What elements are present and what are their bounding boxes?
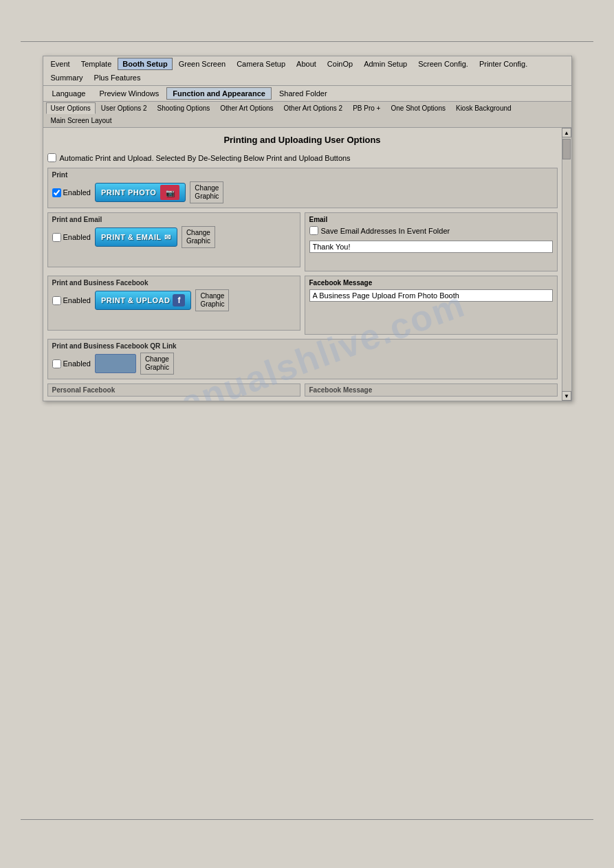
print-group-row: Enabled PRINT PHOTO 📷 Change Graphic bbox=[52, 181, 553, 203]
subtab-main-screen-layout[interactable]: Main Screen Layout bbox=[46, 115, 117, 126]
camera-icon: 📷 bbox=[160, 185, 179, 200]
print-change-graphic-button[interactable]: Change Graphic bbox=[190, 181, 223, 203]
print-fb-qr-enabled-text: Enabled bbox=[63, 359, 91, 368]
menu-about[interactable]: About bbox=[292, 58, 321, 70]
content-scroll-wrapper: manualshlive.com Printing and Uploading … bbox=[43, 128, 571, 401]
email-change-graphic-button[interactable]: Change Graphic bbox=[182, 226, 215, 248]
subtab-shooting-options[interactable]: Shooting Options bbox=[153, 102, 215, 114]
print-fb-qr-enabled-checkbox[interactable] bbox=[52, 359, 61, 368]
print-fb-enabled-checkbox[interactable] bbox=[52, 296, 61, 305]
personal-fb-panel-left: Personal Facebook bbox=[47, 383, 300, 397]
print-fb-enabled-label[interactable]: Enabled bbox=[52, 296, 91, 305]
print-group-title: Print bbox=[52, 171, 553, 179]
scroll-down-arrow[interactable]: ▼ bbox=[562, 391, 571, 401]
fb-message-right: Facebook Message bbox=[305, 383, 558, 397]
print-group: Print Enabled PRINT PHOTO 📷 bbox=[47, 168, 558, 208]
print-email-panel-left: Print and Email Enabled PRINT & EMAIL ✉ bbox=[47, 212, 300, 271]
personal-fb-row-wrapper: Personal Facebook Facebook Message bbox=[47, 383, 558, 397]
print-email-panel-right: Email Save Email Addresses In Event Fold… bbox=[305, 212, 558, 271]
menu-admin-setup[interactable]: Admin Setup bbox=[359, 58, 412, 70]
subtab-bar: User Options User Options 2 Shooting Opt… bbox=[43, 102, 571, 128]
page-wrapper: Event Template Booth Setup Green Screen … bbox=[0, 0, 614, 868]
qr-change-graphic-line2: Graphic bbox=[145, 364, 169, 372]
email-change-graphic-line2: Graphic bbox=[186, 237, 210, 245]
tab-preview-windows[interactable]: Preview Windows bbox=[93, 87, 165, 100]
print-email-enabled-label[interactable]: Enabled bbox=[52, 233, 91, 242]
print-fb-qr-group: Print and Business Facebook QR Link Enab… bbox=[47, 339, 558, 379]
print-email-enabled-checkbox[interactable] bbox=[52, 233, 61, 242]
subtab-other-art-options-2[interactable]: Other Art Options 2 bbox=[279, 102, 348, 114]
auto-print-checkbox[interactable] bbox=[47, 153, 56, 162]
print-email-group: Print and Email Enabled PRINT & EMAIL ✉ bbox=[47, 212, 300, 267]
save-email-checkbox[interactable] bbox=[309, 226, 318, 235]
print-fb-panel-right: Facebook Message bbox=[305, 276, 558, 335]
menu-coinop[interactable]: CoinOp bbox=[322, 58, 358, 70]
save-email-row: Save Email Addresses In Event Folder bbox=[309, 226, 553, 235]
personal-fb-group: Personal Facebook bbox=[47, 383, 300, 397]
menu-bar: Event Template Booth Setup Green Screen … bbox=[43, 56, 571, 86]
tab-language[interactable]: Language bbox=[46, 87, 92, 100]
content-area: manualshlive.com Printing and Uploading … bbox=[43, 128, 571, 401]
top-rule bbox=[21, 41, 593, 42]
print-fb-qr-group-title: Print and Business Facebook QR Link bbox=[52, 342, 553, 350]
email-change-graphic-line1: Change bbox=[186, 229, 210, 237]
section-title: Printing and Uploading User Options bbox=[47, 132, 558, 148]
qr-change-graphic-button[interactable]: Change Graphic bbox=[140, 353, 174, 375]
subtab-one-shot-options[interactable]: One Shot Options bbox=[386, 102, 450, 114]
camera-symbol: 📷 bbox=[166, 189, 175, 197]
print-fb-qr-enabled-label[interactable]: Enabled bbox=[52, 359, 91, 368]
menu-event[interactable]: Event bbox=[46, 58, 75, 70]
fb-icon: f bbox=[173, 294, 185, 307]
fb-msg-section-title: Facebook Message bbox=[309, 279, 553, 287]
fb-change-graphic-button[interactable]: Change Graphic bbox=[195, 289, 229, 311]
auto-print-row: Automatic Print and Upload. Selected By … bbox=[47, 153, 558, 162]
print-enabled-label[interactable]: Enabled bbox=[52, 188, 91, 197]
print-change-graphic-line2: Graphic bbox=[195, 192, 219, 201]
print-email-group-title: Print and Email bbox=[52, 216, 296, 223]
print-enabled-checkbox[interactable] bbox=[52, 188, 61, 197]
qr-link-button[interactable] bbox=[95, 354, 136, 373]
print-fb-enabled-text: Enabled bbox=[63, 296, 91, 304]
print-email-button[interactable]: PRINT & EMAIL ✉ bbox=[95, 227, 177, 247]
subtab-kiosk-background[interactable]: Kiosk Background bbox=[451, 102, 516, 114]
menu-green-screen[interactable]: Green Screen bbox=[174, 58, 230, 70]
menu-booth-setup[interactable]: Booth Setup bbox=[118, 58, 172, 70]
menu-printer-config[interactable]: Printer Config. bbox=[474, 58, 532, 70]
menu-camera-setup[interactable]: Camera Setup bbox=[232, 58, 290, 70]
scrollbar[interactable]: ▲ ▼ bbox=[562, 128, 571, 401]
app-window: Event Template Booth Setup Green Screen … bbox=[43, 56, 572, 401]
print-email-enabled-text: Enabled bbox=[63, 233, 91, 241]
print-upload-label: PRINT & UPLOAD bbox=[101, 296, 171, 304]
print-fb-group-row: Enabled PRINT & UPLOAD f Change Graphic bbox=[52, 289, 296, 311]
print-email-panel-row: Print and Email Enabled PRINT & EMAIL ✉ bbox=[47, 212, 558, 271]
tab-function-appearance[interactable]: Function and Appearance bbox=[166, 87, 272, 100]
subtab-other-art-options[interactable]: Other Art Options bbox=[215, 102, 278, 114]
print-photo-button[interactable]: PRINT PHOTO 📷 bbox=[95, 183, 186, 202]
email-section-title: Email bbox=[309, 216, 553, 223]
facebook-msg-section: Facebook Message bbox=[305, 276, 558, 335]
fb-message-input[interactable] bbox=[309, 289, 553, 302]
auto-print-label: Automatic Print and Upload. Selected By … bbox=[60, 154, 351, 162]
fb-message-right-title: Facebook Message bbox=[309, 386, 373, 394]
subtab-pb-pro[interactable]: PB Pro + bbox=[348, 102, 385, 114]
tab-bar: Language Preview Windows Function and Ap… bbox=[43, 86, 571, 102]
print-fb-group: Print and Business Facebook Enabled PRIN… bbox=[47, 276, 300, 331]
print-fb-group-title: Print and Business Facebook bbox=[52, 279, 296, 287]
menu-summary[interactable]: Summary bbox=[46, 71, 88, 84]
menu-screen-config[interactable]: Screen Config. bbox=[413, 58, 473, 70]
subtab-user-options-2[interactable]: User Options 2 bbox=[96, 102, 152, 114]
scroll-up-arrow[interactable]: ▲ bbox=[562, 128, 571, 137]
scroll-thumb[interactable] bbox=[562, 139, 571, 159]
tab-shared-folder[interactable]: Shared Folder bbox=[273, 87, 333, 100]
menu-template[interactable]: Template bbox=[76, 58, 117, 70]
personal-fb-title: Personal Facebook bbox=[52, 386, 116, 394]
menu-plus-features[interactable]: Plus Features bbox=[89, 71, 146, 84]
subtab-user-options[interactable]: User Options bbox=[46, 102, 96, 114]
print-change-graphic-line1: Change bbox=[195, 184, 219, 192]
personal-fb-panel-right: Facebook Message bbox=[305, 383, 558, 397]
thank-you-input[interactable] bbox=[309, 241, 553, 253]
fb-change-graphic-line1: Change bbox=[200, 292, 224, 300]
bottom-rule bbox=[21, 819, 593, 827]
qr-change-graphic-line1: Change bbox=[145, 355, 169, 364]
print-upload-button[interactable]: PRINT & UPLOAD f bbox=[95, 291, 192, 310]
